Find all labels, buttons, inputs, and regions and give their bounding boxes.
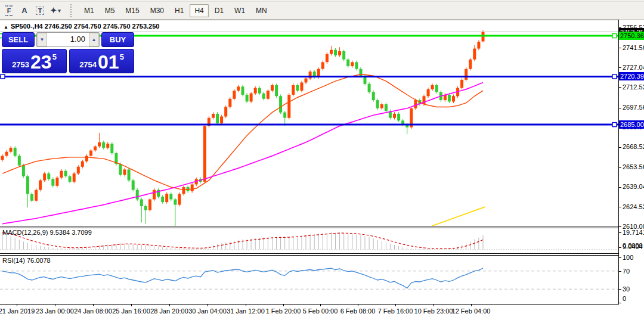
- timeframe-m30-button[interactable]: M30: [145, 4, 169, 17]
- x-axis-label: 25 Jan 16:00: [112, 307, 150, 315]
- time-tick: [169, 305, 170, 306]
- volume-input[interactable]: 1.00: [47, 33, 89, 46]
- time-tick: [131, 305, 132, 306]
- chevron-down-icon: ▾: [58, 8, 61, 14]
- price-tag: 2685.000: [619, 120, 644, 129]
- rsi-panel[interactable]: [0, 256, 618, 304]
- timeframe-h1-button[interactable]: H1: [170, 4, 188, 17]
- time-tick: [93, 305, 94, 306]
- buy-button[interactable]: BUY: [101, 32, 134, 47]
- price-tick: [619, 48, 621, 48]
- line-handle[interactable]: [612, 74, 617, 79]
- time-tick: [246, 305, 246, 306]
- arrows-icon: ✦: [50, 6, 57, 15]
- x-axis-label: 5 Feb 00:00: [303, 307, 338, 315]
- x-axis-label: 21 Jan 2019: [0, 307, 35, 315]
- sell-button[interactable]: SELL: [2, 32, 35, 47]
- price-tick: [619, 147, 621, 148]
- time-tick: [434, 305, 434, 306]
- timeframe-w1-button[interactable]: W1: [230, 4, 250, 17]
- line-handle[interactable]: [612, 123, 617, 127]
- ask-price-box[interactable]: 2754 01 5: [69, 49, 134, 73]
- price-tick: [619, 67, 621, 68]
- toolbar: F A T ✦ ▾ M1 M5 M15 M30 H1 H4 D1 W1 MN: [0, 2, 644, 20]
- time-tick: [395, 305, 396, 306]
- bid-price-pips: 23: [30, 53, 52, 71]
- rsi-level-label: 70: [623, 268, 630, 275]
- bid-price-box[interactable]: 2753 23 5: [2, 49, 67, 73]
- time-tick: [208, 305, 208, 306]
- trading-platform-window: F A T ✦ ▾ M1 M5 M15 M30 H1 H4 D1 W1 MN ▲…: [0, 0, 644, 320]
- line-handle[interactable]: [1, 74, 5, 79]
- time-tick: [358, 305, 358, 306]
- rsi-tick: [619, 257, 621, 258]
- ask-price-whole: 2754: [79, 60, 97, 69]
- macd-tick: [619, 247, 621, 248]
- price-axis-label: 2653.560: [623, 163, 644, 170]
- price-tick: [619, 187, 621, 188]
- x-axis-label: 24 Jan 08:00: [74, 307, 112, 315]
- ask-price-pips: 01: [98, 53, 119, 71]
- chart-title-text: SP500-,H4 2746.250 2754.750 2745.750 275…: [11, 23, 160, 30]
- toolbar-grip[interactable]: [70, 4, 75, 17]
- x-axis-label: 23 Jan 00:00: [36, 307, 74, 315]
- time-tick: [17, 305, 17, 306]
- price-tick: [619, 207, 621, 207]
- timeframe-m1-button[interactable]: M1: [79, 4, 99, 17]
- macd-scale-top: 19.7141: [623, 229, 644, 236]
- text-tool-button[interactable]: A: [18, 4, 31, 17]
- rsi-tick: [619, 271, 621, 272]
- rsi-tick: [619, 303, 621, 303]
- x-axis-label: 28 Jan 20:00: [150, 307, 188, 315]
- label-tool-button[interactable]: T: [33, 4, 47, 17]
- price-tick: [619, 226, 621, 227]
- ask-price-point: 5: [120, 52, 124, 61]
- x-axis-label: 30 Jan 04:00: [188, 307, 227, 315]
- x-axis-label: 1 Feb 20:00: [266, 307, 301, 315]
- timeframe-h4-button[interactable]: H4: [190, 4, 208, 17]
- price-axis-label: 2668.520: [623, 143, 644, 150]
- time-tick: [471, 305, 472, 306]
- rsi-tick: [619, 289, 621, 290]
- fibonacci-tool-button[interactable]: F: [2, 4, 16, 17]
- price-axis-label: 2741.560: [623, 44, 644, 51]
- line-handle[interactable]: [612, 34, 617, 38]
- arrows-tool-button[interactable]: ✦ ▾: [49, 4, 62, 17]
- timeframe-m5-button[interactable]: M5: [100, 4, 120, 17]
- timeframe-m15-button[interactable]: M15: [120, 4, 144, 17]
- one-click-trading-panel: SELL ▼ 1.00 ▲ BUY 2753 23 5 2754 01 5: [2, 32, 134, 73]
- price-tick: [619, 87, 621, 88]
- volume-stepper: ▼ 1.00 ▲: [36, 32, 100, 47]
- price-tag: 2720.393: [619, 72, 644, 80]
- text-icon: A: [21, 6, 27, 15]
- x-axis-label: 7 Feb 16:00: [378, 307, 413, 315]
- macd-panel[interactable]: [0, 228, 618, 253]
- time-axis[interactable]: 21 Jan 201923 Jan 00:0024 Jan 08:0025 Ja…: [0, 305, 644, 320]
- time-tick: [320, 305, 321, 306]
- macd-tick: [619, 232, 621, 233]
- time-tick: [55, 305, 55, 306]
- rsi-level-label: 100: [623, 254, 633, 261]
- text-label-icon: T: [36, 7, 45, 15]
- bid-price-whole: 2753: [12, 60, 29, 69]
- chart-title: ▲SP500-,H4 2746.250 2754.750 2745.750 27…: [4, 23, 159, 30]
- timeframe-d1-button[interactable]: D1: [210, 4, 228, 17]
- price-axis-label: 2639.040: [623, 183, 644, 190]
- x-axis-label: 12 Feb 04:00: [452, 307, 491, 315]
- price-axis-label: 2712.520: [623, 83, 644, 91]
- collapse-arrow-icon[interactable]: ▲: [4, 24, 8, 30]
- volume-increase-button[interactable]: ▲: [89, 33, 99, 46]
- price-axis-label: 2697.560: [623, 104, 644, 111]
- price-axis[interactable]: 2756.5202741.5602727.0402712.5202697.560…: [618, 20, 644, 305]
- bid-price-point: 5: [52, 52, 57, 61]
- timeframe-mn-button[interactable]: MN: [251, 4, 272, 17]
- price-axis-label: 2624.520: [623, 203, 644, 210]
- rsi-indicator-label: RSI(14) 76.0078: [2, 257, 51, 264]
- fibonacci-icon: F: [5, 5, 13, 16]
- volume-decrease-button[interactable]: ▼: [37, 33, 47, 46]
- x-axis-label: 10 Feb 23:00: [414, 307, 453, 315]
- rsi-level-label: 30: [623, 285, 630, 293]
- price-tick: [619, 167, 621, 168]
- price-tick: [619, 108, 621, 108]
- macd-scale-overlap: 9.0404: [623, 243, 643, 250]
